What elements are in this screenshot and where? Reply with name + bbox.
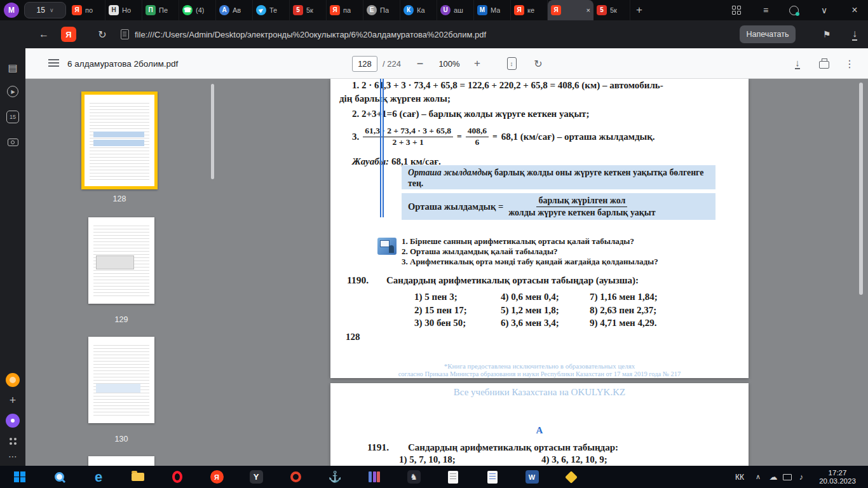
clock[interactable]: 17:27 20.03.2023 bbox=[812, 466, 863, 488]
search-button[interactable] bbox=[39, 466, 79, 488]
notepad-icon[interactable] bbox=[433, 466, 473, 488]
tab-groups-icon[interactable] bbox=[728, 3, 745, 17]
pdf-page-128: 1. 2 · 61,3 + 3 · 73,4 + 65,8 = 122,6 + … bbox=[330, 79, 749, 378]
browser-tab[interactable]: ▶Те bbox=[253, 0, 290, 20]
yandex-favicon: Я bbox=[330, 5, 340, 15]
more-icon[interactable]: ⋯ bbox=[0, 447, 25, 465]
zoom-in-button[interactable]: + bbox=[468, 48, 487, 79]
section-letter: А bbox=[330, 425, 749, 436]
thumbnail-page-131[interactable] bbox=[88, 456, 154, 466]
collapse-chevron-icon[interactable]: ∨ bbox=[816, 3, 832, 17]
yandex-browser-icon[interactable]: Я bbox=[197, 466, 236, 488]
services-orange-icon[interactable] bbox=[0, 371, 25, 389]
exercise-title: Сандардың арифметикалық ортасын табыңдар… bbox=[386, 275, 639, 286]
browser-tab[interactable]: 55к bbox=[290, 0, 327, 20]
fit-page-button[interactable]: ↕ bbox=[501, 48, 522, 79]
tab-label: Ка bbox=[417, 6, 425, 14]
game-app-icon[interactable]: ♞ bbox=[394, 466, 433, 488]
wordpad-icon[interactable] bbox=[473, 466, 512, 488]
cloud-tray-icon[interactable]: ☁ bbox=[766, 466, 780, 488]
add-service-icon[interactable]: + bbox=[0, 391, 25, 409]
video-icon[interactable]: ▶ bbox=[0, 83, 25, 100]
yandex-home-icon[interactable]: Я bbox=[61, 27, 76, 42]
close-window-icon[interactable]: × bbox=[846, 3, 863, 17]
tabs-counter-icon[interactable]: 15 bbox=[0, 108, 25, 126]
thumbnail-page-130[interactable] bbox=[88, 337, 154, 423]
browser-tab[interactable]: ККа bbox=[400, 0, 437, 20]
word-icon[interactable]: W bbox=[512, 466, 552, 488]
opera-red-icon[interactable] bbox=[276, 466, 315, 488]
browser-tab[interactable]: 55к bbox=[593, 0, 630, 20]
thumbnail-label[interactable]: 129 bbox=[83, 315, 159, 324]
screenshot-camera-icon[interactable] bbox=[0, 133, 25, 151]
copyright-watermark-2: согласно Приказа Министра образования и … bbox=[330, 370, 749, 377]
volume-icon[interactable]: ♪ bbox=[794, 466, 808, 488]
thumbnail-label[interactable]: 130 bbox=[83, 435, 159, 444]
pdf-toolbar: 6 алдамуратова 2болим.pdf 128 / 224 − 10… bbox=[25, 48, 868, 79]
pdf-page-129: Все учебники Казахстана на OKULYK.KZ А 1… bbox=[330, 383, 749, 466]
language-indicator[interactable]: КК bbox=[729, 466, 750, 488]
hidden-icons-chevron[interactable]: ∧ bbox=[751, 466, 765, 488]
bookmark-flag-icon[interactable]: ⚑ bbox=[818, 27, 835, 42]
print-page-button[interactable]: Напечатать bbox=[740, 25, 796, 43]
browser-tab[interactable]: ☎(4) bbox=[179, 0, 216, 20]
url-field[interactable]: file:///C:/Users/Admin/Desktop/электронд… bbox=[135, 20, 486, 48]
start-button[interactable] bbox=[0, 466, 39, 488]
address-bar: ← Я ↻ file:///C:/Users/Admin/Desktop/эле… bbox=[0, 20, 868, 48]
diamond-app-icon[interactable] bbox=[552, 466, 591, 488]
thumbnail-label[interactable]: 128 bbox=[81, 194, 158, 203]
winrar-icon[interactable] bbox=[355, 466, 394, 488]
anchor-app-icon[interactable]: ⚓ bbox=[315, 466, 355, 488]
rotate-button[interactable]: ↻ bbox=[527, 48, 549, 79]
browser-tab[interactable]: ММа bbox=[474, 0, 511, 20]
print-pdf-button[interactable] bbox=[813, 48, 835, 79]
solution-step-2: 2. 2+3+1=6 (сағ) – барлық жолды жүруге к… bbox=[352, 109, 589, 119]
whatsapp-favicon: ☎ bbox=[182, 5, 193, 15]
more-options-icon[interactable]: ⋮ bbox=[840, 48, 859, 79]
site-favicon: А bbox=[219, 5, 229, 15]
browser-tab[interactable]: ППе bbox=[142, 0, 179, 20]
thumbnail-scrollbar[interactable] bbox=[211, 84, 214, 179]
browser-tab[interactable]: ННо bbox=[105, 0, 142, 20]
tab-close-icon[interactable]: × bbox=[587, 6, 590, 14]
display-tray-icon[interactable] bbox=[780, 466, 794, 488]
pdf-scrollbar[interactable] bbox=[859, 83, 863, 295]
zoom-level[interactable]: 100% bbox=[435, 48, 464, 79]
downloads-icon[interactable]: ↓ bbox=[846, 27, 863, 42]
tab-label: Па bbox=[380, 6, 389, 14]
download-pdf-button[interactable]: ↓ bbox=[787, 48, 808, 79]
back-icon[interactable]: ← bbox=[36, 27, 52, 42]
page-number-input[interactable]: 128 bbox=[352, 56, 377, 72]
new-tab-button[interactable]: + bbox=[630, 0, 648, 20]
browser-tab[interactable]: Uаш bbox=[437, 0, 474, 20]
tab-strip: Япо ННо ППе ☎(4) ААв ▶Те 55к Япа ЕПа ККа… bbox=[69, 0, 648, 20]
margin-accent-line bbox=[380, 79, 384, 217]
opera-icon[interactable] bbox=[158, 466, 197, 488]
refresh-icon[interactable]: ↻ bbox=[94, 27, 111, 42]
site-favicon: 5 bbox=[293, 5, 303, 15]
feed-icon[interactable]: ▤ bbox=[0, 58, 25, 76]
tab-label: аш bbox=[454, 6, 463, 14]
y-app-icon[interactable]: Y bbox=[236, 466, 276, 488]
edge-icon[interactable]: e bbox=[79, 466, 118, 488]
thumbnail-page-128[interactable] bbox=[81, 92, 158, 189]
alice-assistant-icon[interactable] bbox=[0, 412, 25, 430]
file-explorer-icon[interactable] bbox=[118, 466, 158, 488]
zoom-out-button[interactable]: − bbox=[410, 48, 430, 79]
yandex-favicon: Я bbox=[551, 5, 561, 15]
thumbnail-page-129[interactable] bbox=[88, 217, 154, 304]
browser-tab[interactable]: ЕПа bbox=[363, 0, 400, 20]
pdf-menu-icon[interactable] bbox=[48, 59, 59, 69]
profile-avatar[interactable]: M bbox=[4, 3, 19, 18]
browser-tab[interactable]: Яке bbox=[511, 0, 548, 20]
browser-tab-active[interactable]: Я× bbox=[548, 0, 593, 20]
tab-counter-button[interactable]: 15 ∨ bbox=[24, 2, 66, 18]
browser-tab[interactable]: ААв bbox=[216, 0, 253, 20]
browser-tab[interactable]: Япа bbox=[327, 0, 363, 20]
sidebar-menu-icon[interactable]: ≡ bbox=[757, 3, 774, 17]
exercise-item: 4) 3, 6, 12, 10, 9; bbox=[541, 454, 607, 465]
profile-icon[interactable] bbox=[785, 3, 802, 17]
browser-tab[interactable]: Япо bbox=[69, 0, 105, 20]
page-number: 128 bbox=[346, 332, 360, 342]
tab-label: Пе bbox=[159, 6, 168, 14]
